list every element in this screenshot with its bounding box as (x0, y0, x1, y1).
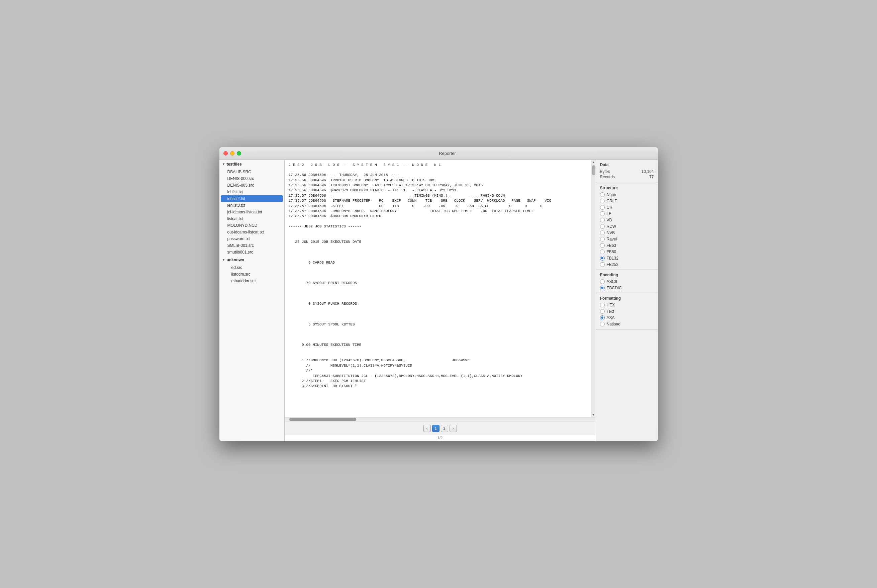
structure-crlf[interactable]: CRLF (600, 199, 654, 203)
sidebar-item-denis005[interactable]: DENIS-005.src (219, 182, 284, 189)
encoding-ebcdic[interactable]: EBCDIC (600, 286, 654, 290)
structure-nvb[interactable]: NVB (600, 231, 654, 235)
sidebar-item-denis000[interactable]: DENIS-000.src (219, 175, 284, 182)
structure-fb132[interactable]: FB132 (600, 256, 654, 261)
structure-rdw[interactable]: RDW (600, 224, 654, 229)
formatting-section-title: Formatting (600, 296, 654, 301)
radio-text[interactable] (600, 309, 605, 314)
structure-none[interactable]: None (600, 192, 654, 197)
data-section: Data Bytes 10,164 Records 77 (596, 160, 658, 183)
records-label: Records (600, 175, 615, 179)
structure-section: Structure None CRLF CR (596, 183, 658, 270)
radio-fb63[interactable] (600, 243, 605, 248)
structure-vb[interactable]: VB (600, 218, 654, 222)
sidebar-group-testfiles[interactable]: ▼ testfiles (219, 160, 284, 169)
bytes-value: 10,164 (642, 169, 654, 174)
sidebar-item-password[interactable]: password.txt (219, 236, 284, 242)
minimize-button[interactable] (230, 151, 234, 156)
sidebar-group-unknown[interactable]: ▼ unknown (219, 255, 284, 264)
sidebar-item-listcat[interactable]: listcat.txt (219, 215, 284, 222)
bytes-row: Bytes 10,164 (600, 169, 654, 174)
radio-fb80[interactable] (600, 249, 605, 254)
radio-rdw[interactable] (600, 224, 605, 229)
formatting-natload[interactable]: Natload (600, 322, 654, 327)
chevron-down-icon: ▼ (222, 162, 225, 166)
traffic-lights (223, 151, 241, 156)
sidebar-item-ed[interactable]: ed.src (219, 264, 284, 271)
right-panel: Data Bytes 10,164 Records 77 Structure N… (596, 160, 658, 441)
sidebar-item-listddm[interactable]: listddm.src (219, 271, 284, 278)
sidebar: ▼ testfiles DBALIB.SRC DENIS-000.src DEN… (219, 160, 285, 441)
records-row: Records 77 (600, 175, 654, 179)
sidebar-item-iehlist2[interactable]: iehlist2.txt (221, 195, 283, 202)
structure-lf[interactable]: LF (600, 212, 654, 216)
radio-fb132[interactable] (600, 256, 605, 261)
page-2-button[interactable]: 2 (441, 425, 448, 432)
next-page-button[interactable]: › (450, 425, 457, 432)
structure-radio-group: None CRLF CR LF (600, 192, 654, 267)
radio-asa[interactable] (600, 315, 605, 320)
prev-page-button[interactable]: ‹ (423, 425, 431, 432)
formatting-text[interactable]: Text (600, 309, 654, 314)
scroll-track[interactable] (591, 165, 596, 412)
scroll-up-arrow[interactable]: ▲ (591, 160, 596, 165)
vertical-scrollbar[interactable]: ▲ ▼ (591, 160, 596, 417)
encoding-radio-group: ASCII EBCDIC (600, 279, 654, 290)
formatting-section: Formatting HEX Text ASA (596, 293, 658, 330)
main-content: ▼ testfiles DBALIB.SRC DENIS-000.src DEN… (219, 160, 658, 441)
structure-fb63[interactable]: FB63 (600, 243, 654, 248)
page-indicator: 1/2 (285, 435, 596, 441)
radio-nvb[interactable] (600, 231, 605, 235)
radio-lf[interactable] (600, 212, 605, 216)
scroll-down-arrow[interactable]: ▼ (591, 412, 596, 417)
radio-crlf[interactable] (600, 199, 605, 203)
radio-hex[interactable] (600, 303, 605, 308)
encoding-section: Encoding ASCII EBCDIC (596, 270, 658, 293)
titlebar: Reporter (219, 147, 658, 160)
structure-fb252[interactable]: FB252 (600, 262, 654, 267)
radio-none[interactable] (600, 192, 605, 197)
radio-natload[interactable] (600, 322, 605, 327)
structure-ravel[interactable]: Ravel (600, 237, 654, 242)
radio-cr[interactable] (600, 205, 605, 210)
radio-ravel[interactable] (600, 237, 605, 242)
sidebar-item-dbalib[interactable]: DBALIB.SRC (219, 169, 284, 175)
sidebar-item-smutlib001[interactable]: smutlib001.src (219, 249, 284, 255)
encoding-section-title: Encoding (600, 273, 654, 277)
maximize-button[interactable] (237, 151, 241, 156)
sidebar-sub-group-label: unknown (226, 258, 244, 262)
window-title: Reporter (241, 151, 654, 156)
sidebar-item-mhariddm[interactable]: mhariddm.src (219, 278, 284, 284)
radio-fb252[interactable] (600, 262, 605, 267)
sidebar-item-iehlist3[interactable]: iehlist3.txt (219, 202, 284, 209)
horizontal-scrollbar[interactable] (285, 417, 596, 422)
sidebar-item-out-idcams[interactable]: out-idcams-listcat.txt (219, 229, 284, 236)
bytes-label: Bytes (600, 169, 610, 174)
h-scroll-thumb[interactable] (289, 418, 356, 421)
structure-fb80[interactable]: FB80 (600, 249, 654, 254)
sidebar-item-smlib001[interactable]: SMLIB-001.src (219, 242, 284, 249)
sidebar-item-molonyd[interactable]: MOLONYD.NCD (219, 222, 284, 229)
sidebar-item-iehlist[interactable]: iehlist.txt (219, 189, 284, 195)
chevron-down-icon-unknown: ▼ (222, 258, 225, 261)
records-value: 77 (649, 175, 654, 179)
sidebar-item-jcl-idcams[interactable]: jcl-idcams-listcat.txt (219, 209, 284, 215)
file-content[interactable]: J E S 2 J O B L O G -- S Y S T E M S Y S… (285, 160, 591, 417)
data-section-title: Data (600, 162, 654, 167)
sidebar-group-label-text: testfiles (226, 162, 241, 166)
page-1-button[interactable]: 1 (432, 425, 439, 432)
formatting-radio-group: HEX Text ASA Natload (600, 303, 654, 327)
encoding-ascii[interactable]: ASCII (600, 279, 654, 284)
close-button[interactable] (223, 151, 228, 156)
structure-section-title: Structure (600, 186, 654, 190)
radio-ascii[interactable] (600, 279, 605, 284)
radio-vb[interactable] (600, 218, 605, 222)
app-window: Reporter ▼ testfiles DBALIB.SRC DENIS-00… (219, 147, 658, 441)
scroll-thumb[interactable] (592, 165, 595, 175)
formatting-asa[interactable]: ASA (600, 315, 654, 320)
center-area: J E S 2 J O B L O G -- S Y S T E M S Y S… (285, 160, 596, 441)
pagination-bar: ‹ 1 2 › (285, 422, 596, 435)
formatting-hex[interactable]: HEX (600, 303, 654, 308)
structure-cr[interactable]: CR (600, 205, 654, 210)
radio-ebcdic[interactable] (600, 286, 605, 290)
